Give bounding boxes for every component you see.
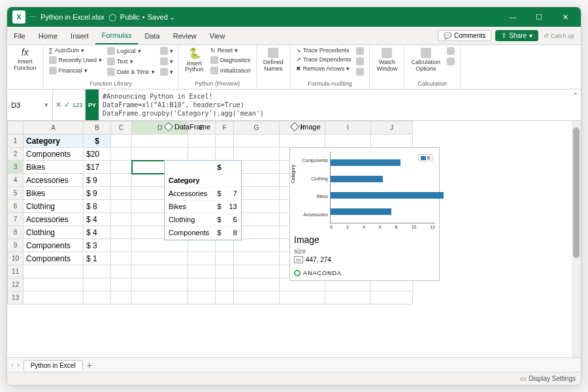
cell-C6[interactable] [111, 200, 132, 213]
cell-F9[interactable] [216, 239, 234, 252]
tab-view[interactable]: View [203, 27, 232, 44]
cell-A12[interactable] [24, 278, 84, 291]
name-box[interactable]: D3▾ [7, 90, 53, 120]
cell-C9[interactable] [111, 239, 132, 252]
cell-A6[interactable]: Clothing [24, 200, 84, 213]
autosum-button[interactable]: ∑AutoSum▾ [48, 46, 104, 54]
sheet-nav-next[interactable]: › [17, 361, 19, 368]
cell-B3[interactable]: $17 [84, 161, 111, 174]
comments-button[interactable]: 💬Comments [438, 30, 491, 41]
text-button[interactable]: Text▾ [106, 57, 156, 66]
tab-file[interactable]: File [7, 27, 32, 44]
row-header-8[interactable]: 8 [8, 226, 24, 239]
col-header-F[interactable]: F [216, 122, 234, 135]
initialization-button[interactable]: Initialization [209, 66, 252, 75]
watch-window-button[interactable]: Watch Window [374, 46, 400, 74]
audit-extra-1[interactable] [355, 46, 365, 56]
cell-A7[interactable]: Accessories [24, 213, 84, 226]
audit-extra-2[interactable] [355, 57, 365, 66]
cell-D2[interactable] [132, 148, 188, 161]
cell-F1[interactable] [216, 135, 234, 148]
calc-options-button[interactable]: Calculation Options [408, 46, 443, 74]
calc-extra-2[interactable] [446, 57, 456, 66]
row-header-10[interactable]: 10 [8, 252, 24, 265]
tab-formulas[interactable]: Formulas [95, 27, 139, 44]
reset-button[interactable]: ↻Reset▾ [209, 46, 252, 54]
cell-A1[interactable]: Category [24, 135, 84, 148]
financial-button[interactable]: Financial▾ [48, 66, 104, 75]
cell-E1[interactable] [188, 135, 216, 148]
cell-A8[interactable]: Clothing [24, 226, 84, 239]
col-header-G[interactable]: G [234, 122, 280, 135]
row-header-13[interactable]: 13 [8, 291, 24, 304]
col-header-B[interactable]: B [84, 122, 111, 135]
cell-E10[interactable] [188, 252, 216, 265]
share-button[interactable]: ⇪Share▾ [495, 30, 538, 41]
trace-dependents-button[interactable]: ↗Trace Dependents [295, 56, 353, 63]
cell-G10[interactable] [234, 252, 280, 265]
cell-G1[interactable] [234, 135, 280, 148]
cell-H1[interactable] [280, 135, 325, 148]
more-fn-1[interactable]: ▾ [159, 46, 174, 56]
cell-A4[interactable]: Accessories [24, 174, 84, 187]
tab-review[interactable]: Review [167, 27, 203, 44]
cell-B13[interactable] [84, 291, 111, 304]
cell-C4[interactable] [111, 174, 132, 187]
dataframe-preview[interactable]: $ Category Accessories$7Bikes$13Clothing… [164, 160, 242, 240]
cancel-icon[interactable]: ✕ [56, 101, 61, 109]
diagnostics-button[interactable]: Diagnostics [209, 56, 252, 65]
cell-C12[interactable] [111, 278, 132, 291]
display-settings[interactable]: Display Settings [529, 375, 576, 382]
cell-B5[interactable]: $ 9 [84, 187, 111, 200]
remove-arrows-button[interactable]: ✖Remove Arrows▾ [295, 65, 353, 73]
col-header-C[interactable]: C [111, 122, 132, 135]
formula-input[interactable]: #Announcing Python in Excel! DataFrame=x… [99, 90, 569, 120]
cell-D1[interactable] [132, 135, 188, 148]
cell-A11[interactable] [24, 265, 84, 278]
cell-A13[interactable] [24, 291, 84, 304]
cell-A2[interactable]: Components [24, 148, 84, 161]
cell-F2[interactable] [216, 148, 234, 161]
more-fn-3[interactable]: ▾ [159, 67, 174, 76]
cell-D10[interactable] [132, 252, 188, 265]
row-header-9[interactable]: 9 [8, 239, 24, 252]
cell-A3[interactable]: Bikes [24, 161, 84, 174]
insert-python-button[interactable]: 🐍Insert Python [183, 46, 206, 74]
cell-C1[interactable] [111, 135, 132, 148]
defined-names-button[interactable]: Defined Names [261, 46, 286, 74]
tab-home[interactable]: Home [32, 27, 64, 44]
cell-G9[interactable] [234, 239, 280, 252]
cell-B9[interactable]: $ 3 [84, 239, 111, 252]
datetime-button[interactable]: Date & Time▾ [106, 67, 156, 76]
cell-D12[interactable] [132, 278, 188, 291]
cell-E13[interactable] [188, 291, 216, 304]
cell-C3[interactable] [111, 161, 132, 174]
cell-A10[interactable]: Components [24, 252, 84, 265]
chevron-down-icon[interactable]: ⌄ [169, 13, 175, 22]
cell-F12[interactable] [216, 278, 234, 291]
logical-button[interactable]: Logical▾ [106, 46, 156, 56]
paste-icon[interactable]: 123 [73, 102, 82, 108]
cell-B4[interactable]: $ 9 [84, 174, 111, 187]
cell-B10[interactable]: $ 1 [84, 252, 111, 265]
sheet-nav-prev[interactable]: ‹ [11, 361, 13, 368]
cell-E12[interactable] [188, 278, 216, 291]
cell-E11[interactable] [188, 265, 216, 278]
col-header-I[interactable]: I [325, 122, 371, 135]
row-header-5[interactable]: 5 [8, 187, 24, 200]
dataframe-object-label[interactable]: DataFrame [165, 123, 210, 131]
row-header-4[interactable]: 4 [8, 174, 24, 187]
cell-H13[interactable] [280, 291, 325, 304]
cell-B2[interactable]: $20 [84, 148, 111, 161]
add-sheet-button[interactable]: + [87, 360, 92, 370]
trace-precedents-button[interactable]: ↘Trace Precedents [295, 46, 353, 54]
row-header-7[interactable]: 7 [8, 213, 24, 226]
cell-D13[interactable] [132, 291, 188, 304]
catchup-button[interactable]: ↺Catch up [542, 32, 576, 40]
image-object-label[interactable]: Image [291, 123, 321, 131]
sheet-tab[interactable]: Python in Excel [24, 360, 83, 370]
cell-F11[interactable] [216, 265, 234, 278]
row-header-1[interactable]: 1 [8, 135, 24, 148]
col-header-A[interactable]: A [24, 122, 84, 135]
image-preview-card[interactable]: Category ComponentsClothingBikesAccessor… [289, 147, 440, 281]
